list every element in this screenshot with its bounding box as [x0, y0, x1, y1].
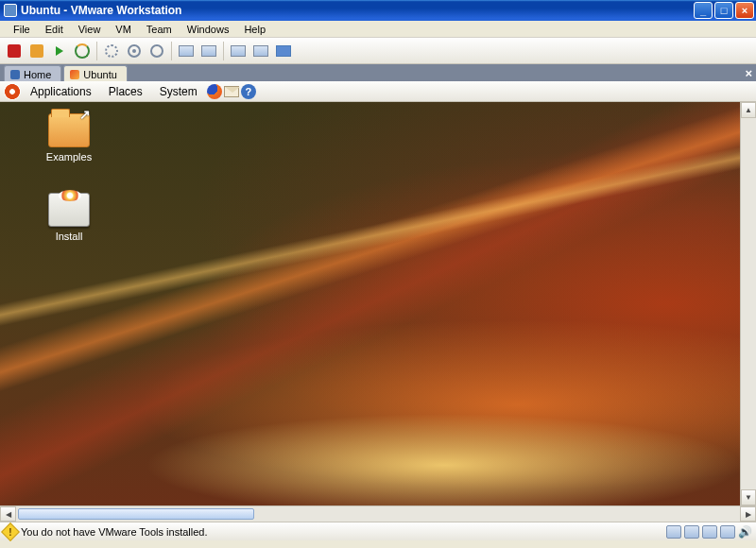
ubuntu-icon	[70, 70, 79, 79]
menu-help[interactable]: Help	[236, 23, 273, 36]
warning-icon	[1, 522, 20, 541]
scroll-right-button[interactable]: ▶	[740, 506, 756, 522]
suspend-button[interactable]	[26, 41, 47, 61]
close-tab-button[interactable]: ×	[745, 66, 752, 80]
menu-places[interactable]: Places	[101, 83, 150, 100]
mail-icon[interactable]	[224, 86, 239, 97]
separator	[96, 42, 97, 60]
scroll-thumb[interactable]	[18, 508, 254, 520]
summary-button[interactable]	[198, 41, 219, 61]
desktop-icon-examples[interactable]: Examples	[36, 113, 102, 163]
snapshot-manager-button[interactable]	[124, 41, 145, 61]
device-hdd-icon[interactable]	[666, 525, 681, 539]
firefox-icon[interactable]	[207, 84, 222, 99]
ubuntu-panel: Applications Places System ?	[0, 81, 756, 102]
scroll-down-button[interactable]: ▼	[741, 489, 756, 505]
reset-button[interactable]	[72, 41, 93, 61]
menu-edit[interactable]: Edit	[38, 23, 71, 36]
show-console-button[interactable]	[176, 41, 197, 61]
app-icon	[4, 4, 17, 17]
device-tray: 🔊	[666, 525, 752, 539]
minimize-button[interactable]: _	[694, 2, 713, 19]
vm-tab-bar: Home Ubuntu ×	[0, 64, 756, 81]
scroll-track[interactable]	[741, 118, 756, 489]
icon-label: Examples	[36, 151, 102, 163]
menu-team[interactable]: Team	[139, 23, 180, 36]
separator	[171, 42, 172, 60]
window-titlebar: Ubuntu - VMware Workstation _ □ ×	[0, 0, 756, 21]
menu-vm[interactable]: VM	[108, 23, 139, 36]
menu-file[interactable]: File	[6, 23, 38, 36]
icon-label: Install	[36, 231, 102, 242]
revert-button[interactable]	[146, 41, 167, 61]
device-network-icon[interactable]	[720, 525, 735, 539]
scroll-up-button[interactable]: ▲	[741, 102, 756, 118]
menu-bar: File Edit View VM Team Windows Help	[0, 21, 756, 38]
menu-applications[interactable]: Applications	[23, 83, 99, 100]
device-sound-icon[interactable]: 🔊	[738, 525, 752, 539]
toolbar	[0, 38, 756, 64]
tab-ubuntu-label: Ubuntu	[83, 69, 116, 80]
menu-windows[interactable]: Windows	[180, 23, 237, 36]
device-floppy-icon[interactable]	[702, 525, 717, 539]
tab-home[interactable]: Home	[4, 65, 61, 81]
menu-view[interactable]: View	[71, 23, 109, 36]
status-bar: You do not have VMware Tools installed. …	[0, 522, 756, 540]
snapshot-button[interactable]	[101, 41, 122, 61]
unity-button[interactable]	[273, 41, 294, 61]
quick-switch-button[interactable]	[250, 41, 271, 61]
power-off-button[interactable]	[4, 41, 25, 61]
tab-ubuntu[interactable]: Ubuntu	[63, 65, 127, 81]
power-on-button[interactable]	[49, 41, 70, 61]
close-button[interactable]: ×	[735, 2, 754, 19]
vm-display-area: Examples Install ▲ ▼	[0, 102, 756, 505]
scroll-track[interactable]	[256, 506, 740, 522]
home-icon	[10, 70, 20, 79]
window-buttons: _ □ ×	[694, 2, 754, 19]
desktop-icon-install[interactable]: Install	[36, 193, 102, 242]
menu-system[interactable]: System	[152, 83, 205, 100]
separator	[223, 42, 224, 60]
tab-home-label: Home	[24, 69, 51, 80]
ubuntu-logo-icon[interactable]	[4, 83, 21, 100]
ubuntu-desktop[interactable]: Examples Install	[0, 102, 740, 505]
folder-icon	[48, 113, 90, 147]
help-icon[interactable]: ?	[241, 84, 256, 99]
window-title: Ubuntu - VMware Workstation	[21, 4, 694, 17]
fullscreen-button[interactable]	[228, 41, 249, 61]
status-message[interactable]: You do not have VMware Tools installed.	[21, 526, 662, 538]
device-cd-icon[interactable]	[684, 525, 699, 539]
install-disc-icon	[48, 193, 90, 227]
vertical-scrollbar[interactable]: ▲ ▼	[740, 102, 756, 505]
maximize-button[interactable]: □	[714, 2, 733, 19]
horizontal-scrollbar[interactable]: ◀ ▶	[0, 505, 756, 522]
scroll-left-button[interactable]: ◀	[0, 506, 16, 522]
